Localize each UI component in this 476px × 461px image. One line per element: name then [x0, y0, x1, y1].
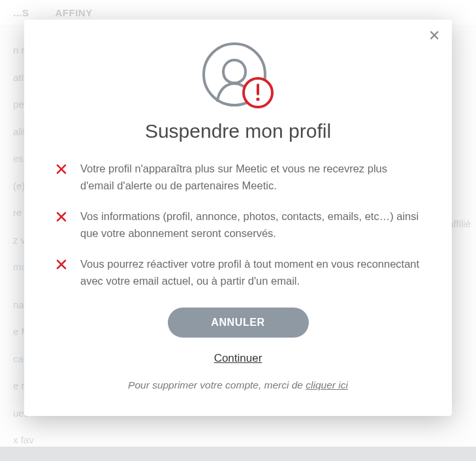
suspend-profile-modal: ✕ Suspendre mon profil Votre profil n'ap… — [24, 20, 452, 416]
modal-title: Suspendre mon profil — [56, 120, 420, 142]
x-icon — [56, 163, 67, 175]
info-text: Vos informations (profil, annonce, photo… — [80, 208, 420, 242]
delete-account-link[interactable]: cliquer ici — [306, 379, 348, 390]
x-icon — [56, 211, 67, 223]
info-text: Votre profil n'apparaîtra plus sur Meeti… — [80, 161, 420, 194]
info-item: Vos informations (profil, annonce, photo… — [56, 208, 420, 242]
info-text: Vous pourrez réactiver votre profil à to… — [80, 256, 420, 289]
delete-account-line: Pour supprimer votre compte, merci de cl… — [56, 379, 420, 391]
x-icon — [56, 259, 67, 270]
continue-button[interactable]: Continuer — [214, 352, 262, 365]
info-item: Vous pourrez réactiver votre profil à to… — [56, 256, 420, 289]
svg-point-3 — [256, 97, 259, 101]
delete-prefix: Pour supprimer votre compte, merci de — [128, 379, 306, 390]
profile-alert-icon — [200, 42, 276, 111]
info-item: Votre profil n'apparaîtra plus sur Meeti… — [56, 161, 420, 194]
cancel-button[interactable]: ANNULER — [168, 308, 309, 338]
close-icon[interactable]: ✕ — [428, 29, 440, 43]
